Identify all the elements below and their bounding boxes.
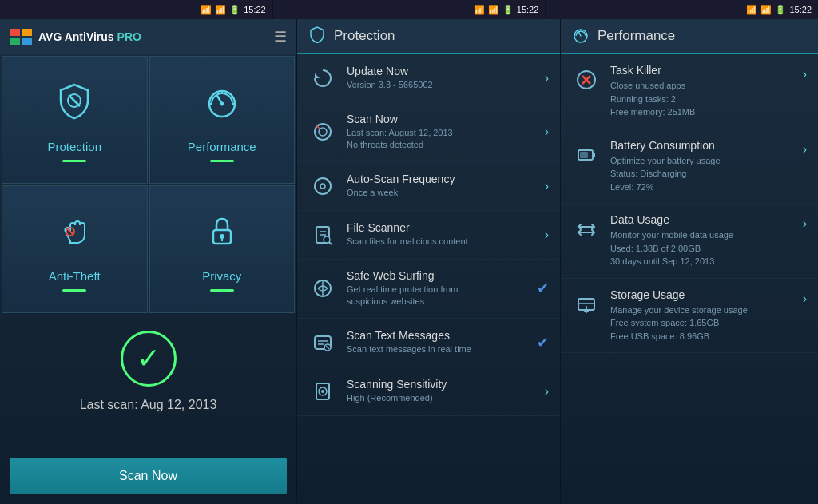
perf-item-taskkiller[interactable]: Task Killer Close unused appsRunning tas…	[561, 54, 818, 129]
svg-point-15	[220, 234, 224, 239]
svg-point-20	[320, 184, 325, 189]
wifi-icon-2: 📶	[474, 5, 485, 15]
battery-chevron: ›	[803, 142, 807, 157]
scan-check-icon: ✓	[137, 342, 161, 375]
scantextmsg-right: ✔	[537, 334, 549, 351]
performance-bar	[210, 160, 234, 162]
autoscan-subtitle: Once a week	[347, 187, 545, 199]
protection-bar	[62, 160, 86, 162]
scan-now-button[interactable]: Scan Now	[10, 458, 287, 494]
filescanner-right: ›	[545, 228, 549, 242]
battery-content: Battery Consumption Optimize your batter…	[610, 139, 803, 194]
scantextmsg-subtitle: Scan text messages in real time	[347, 343, 537, 355]
performance-title: Performance	[598, 28, 675, 44]
scan-content: Scan Now Last scan: August 12, 2013No th…	[347, 113, 545, 152]
battery-icon-3: 🔋	[775, 5, 786, 15]
hand-icon	[54, 211, 94, 260]
svg-rect-38	[593, 153, 595, 157]
scantextmsg-check: ✔	[537, 334, 549, 351]
perf-item-storage[interactable]: Storage Usage Manage your device storage…	[561, 279, 818, 354]
protection-title: Protection	[334, 28, 395, 44]
scan-status: ✓ Last scan: Aug 12, 2013	[0, 315, 296, 458]
status-bar-3: 📶 📶 🔋 15:22	[546, 0, 818, 19]
storage-subtitle: Manage your device storage usageFree sys…	[610, 304, 803, 343]
svg-point-31	[321, 390, 324, 393]
datausage-title: Data Usage	[610, 213, 803, 226]
menu-item-scan[interactable]: Scan Now Last scan: August 12, 2013No th…	[297, 103, 560, 162]
antitheft-label: Anti-Theft	[49, 269, 101, 283]
menu-item-scantextmsg[interactable]: Scan Text Messages Scan text messages in…	[297, 319, 560, 367]
taskkiller-icon	[572, 65, 601, 94]
performance-label: Performance	[188, 140, 256, 153]
safeweb-subtitle: Get real time protection fromsuspicious …	[347, 284, 537, 308]
scan-circle: ✓	[121, 331, 177, 387]
sensitivity-right: ›	[545, 384, 549, 399]
battery-consumption-icon	[572, 141, 601, 169]
grid-btn-antitheft[interactable]: Anti-Theft	[2, 185, 148, 313]
safeweb-title: Safe Web Surfing	[347, 269, 537, 282]
autoscan-right: ›	[545, 179, 549, 193]
filescanner-chevron: ›	[545, 228, 549, 242]
taskkiller-subtitle: Close unused appsRunning tasks: 2Free me…	[610, 79, 803, 119]
sensitivity-icon	[308, 377, 337, 406]
scan-chevron: ›	[545, 125, 549, 139]
battery-icon: 🔋	[229, 5, 240, 15]
update-chevron: ›	[545, 71, 549, 85]
safeweb-icon	[308, 274, 337, 303]
safeweb-content: Safe Web Surfing Get real time protectio…	[347, 269, 537, 308]
grid-btn-protection[interactable]: Protection	[2, 56, 148, 184]
autoscan-chevron: ›	[545, 179, 549, 193]
panels-container: AVG AntiVirus PRO ☰ Protection	[0, 19, 818, 504]
taskkiller-chevron: ›	[803, 67, 807, 81]
taskkiller-title: Task Killer	[610, 64, 803, 77]
protection-menu-list: Update Now Version 3.3 - 5665002 ›	[297, 54, 560, 504]
perf-item-battery[interactable]: Battery Consumption Optimize your batter…	[561, 129, 818, 204]
scantextmsg-title: Scan Text Messages	[347, 329, 537, 342]
protection-panel-header: Protection	[297, 19, 560, 54]
svg-point-22	[324, 236, 330, 243]
menu-item-sensitivity[interactable]: Scanning Sensitivity High (Recommended) …	[297, 367, 560, 416]
menu-item-autoscan[interactable]: Auto-Scan Frequency Once a week ›	[297, 162, 560, 211]
panel-performance: Performance Task Killer Close unused app…	[561, 19, 818, 504]
status-icons-1: 📶 📶 🔋 15:22	[201, 5, 266, 15]
datausage-chevron: ›	[803, 216, 807, 231]
autoscan-title: Auto-Scan Frequency	[347, 173, 545, 185]
menu-item-update[interactable]: Update Now Version 3.3 - 5665002 ›	[297, 54, 560, 103]
performance-panel-header: Performance	[561, 19, 818, 54]
signal-icon: 📶	[215, 5, 226, 15]
status-bar-2: 📶 📶 🔋 15:22	[273, 0, 546, 19]
panel-main: AVG AntiVirus PRO ☰ Protection	[0, 19, 297, 504]
taskkiller-content: Task Killer Close unused appsRunning tas…	[610, 64, 803, 119]
svg-rect-1	[22, 29, 32, 36]
update-right: ›	[545, 71, 549, 85]
wifi-icon: 📶	[201, 5, 212, 15]
storage-chevron: ›	[803, 292, 807, 306]
time-3: 15:22	[789, 5, 812, 14]
time-1: 15:22	[244, 5, 266, 14]
grid-btn-performance[interactable]: Performance	[149, 56, 296, 184]
privacy-label: Privacy	[202, 269, 241, 283]
svg-point-18	[319, 128, 327, 136]
grid-btn-privacy[interactable]: Privacy	[149, 185, 296, 313]
battery-subtitle: Optimize your battery usageStatus: Disch…	[610, 154, 803, 194]
performance-menu-list: Task Killer Close unused appsRunning tas…	[561, 54, 818, 504]
autoscan-content: Auto-Scan Frequency Once a week	[347, 173, 545, 199]
filescanner-icon	[308, 220, 337, 249]
sensitivity-chevron: ›	[545, 384, 549, 399]
safeweb-check: ✔	[537, 280, 549, 297]
status-icons-3: 📶 📶 🔋 15:22	[746, 5, 812, 15]
protection-label: Protection	[47, 140, 101, 153]
hamburger-icon[interactable]: ☰	[274, 28, 287, 46]
datausage-content: Data Usage Monitor your mobile data usag…	[610, 213, 803, 268]
battery-icon-2: 🔋	[502, 5, 514, 15]
sensitivity-subtitle: High (Recommended)	[347, 392, 545, 404]
app-logo: AVG AntiVirus PRO	[10, 29, 141, 45]
filescanner-content: File Scanner Scan files for malicious co…	[347, 221, 545, 248]
menu-item-filescanner[interactable]: File Scanner Scan files for malicious co…	[297, 211, 560, 260]
datausage-subtitle: Monitor your mobile data usageUsed: 1.38…	[610, 228, 803, 268]
sensitivity-title: Scanning Sensitivity	[347, 378, 545, 391]
menu-item-safeweb[interactable]: Safe Web Surfing Get real time protectio…	[297, 260, 560, 319]
battery-title: Battery Consumption	[610, 139, 803, 152]
autoscan-icon	[308, 172, 337, 200]
perf-item-datausage[interactable]: Data Usage Monitor your mobile data usag…	[561, 204, 818, 279]
